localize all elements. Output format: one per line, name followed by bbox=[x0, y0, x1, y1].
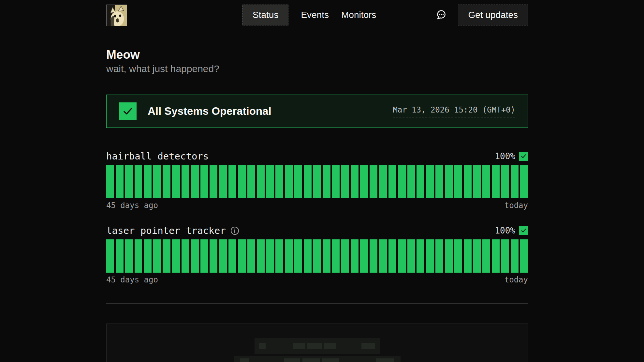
uptime-day-bar[interactable] bbox=[464, 239, 472, 273]
uptime-day-bar[interactable] bbox=[182, 165, 189, 198]
uptime-day-bar[interactable] bbox=[125, 165, 133, 198]
uptime-day-bar[interactable] bbox=[454, 165, 462, 198]
uptime-day-bar[interactable] bbox=[360, 239, 368, 273]
uptime-day-bar[interactable] bbox=[417, 239, 424, 273]
uptime-day-bar[interactable] bbox=[163, 165, 170, 198]
uptime-day-bar[interactable] bbox=[435, 165, 443, 198]
uptime-day-bar[interactable] bbox=[144, 239, 152, 273]
tab-events[interactable]: Events bbox=[301, 10, 329, 20]
uptime-day-bar[interactable] bbox=[266, 239, 274, 273]
uptime-day-bar[interactable] bbox=[351, 239, 359, 273]
uptime-day-bar[interactable] bbox=[370, 239, 377, 273]
uptime-day-bar[interactable] bbox=[294, 165, 302, 198]
uptime-day-bar[interactable] bbox=[257, 165, 265, 198]
uptime-day-bar[interactable] bbox=[426, 165, 434, 198]
uptime-day-bar[interactable] bbox=[445, 239, 453, 273]
uptime-day-bar[interactable] bbox=[200, 239, 208, 273]
uptime-day-bar[interactable] bbox=[464, 165, 472, 198]
uptime-day-bar[interactable] bbox=[153, 165, 161, 198]
uptime-day-bar[interactable] bbox=[482, 165, 490, 198]
uptime-day-bar[interactable] bbox=[172, 165, 180, 198]
uptime-day-bar[interactable] bbox=[360, 165, 368, 198]
uptime-day-bar[interactable] bbox=[454, 239, 462, 273]
site-logo-cat[interactable] bbox=[106, 5, 127, 26]
page-subtitle: wait, what just happened? bbox=[106, 63, 528, 74]
uptime-day-bar[interactable] bbox=[341, 239, 349, 273]
uptime-day-bar[interactable] bbox=[388, 165, 396, 198]
uptime-day-bar[interactable] bbox=[304, 165, 312, 198]
uptime-day-bar[interactable] bbox=[210, 239, 217, 273]
uptime-day-bar[interactable] bbox=[238, 165, 246, 198]
uptime-day-bar[interactable] bbox=[351, 165, 359, 198]
uptime-day-bar[interactable] bbox=[135, 239, 142, 273]
uptime-day-bar[interactable] bbox=[332, 239, 340, 273]
uptime-day-bar[interactable] bbox=[182, 239, 189, 273]
uptime-day-bar[interactable] bbox=[285, 165, 293, 198]
uptime-day-bar[interactable] bbox=[501, 239, 509, 273]
uptime-day-bar[interactable] bbox=[257, 239, 265, 273]
info-icon[interactable] bbox=[230, 226, 239, 235]
uptime-day-bar[interactable] bbox=[492, 239, 500, 273]
uptime-day-bar[interactable] bbox=[247, 239, 255, 273]
uptime-day-bar[interactable] bbox=[407, 165, 415, 198]
uptime-day-bar[interactable] bbox=[398, 165, 406, 198]
tab-monitors[interactable]: Monitors bbox=[341, 10, 376, 20]
uptime-day-bar[interactable] bbox=[135, 165, 142, 198]
uptime-day-bar[interactable] bbox=[219, 165, 227, 198]
uptime-day-bar[interactable] bbox=[200, 165, 208, 198]
uptime-day-bar[interactable] bbox=[191, 165, 199, 198]
uptime-day-bar[interactable] bbox=[473, 165, 481, 198]
uptime-day-bar[interactable] bbox=[313, 165, 321, 198]
uptime-day-bar[interactable] bbox=[144, 165, 152, 198]
uptime-day-bar[interactable] bbox=[247, 165, 255, 198]
uptime-day-bar[interactable] bbox=[379, 165, 387, 198]
uptime-day-bar[interactable] bbox=[482, 239, 490, 273]
uptime-day-bar[interactable] bbox=[172, 239, 180, 273]
chat-bubble-icon[interactable] bbox=[435, 9, 447, 21]
tab-status[interactable]: Status bbox=[242, 5, 288, 25]
uptime-day-bar[interactable] bbox=[323, 239, 330, 273]
uptime-day-bar[interactable] bbox=[106, 165, 114, 198]
uptime-day-bar[interactable] bbox=[520, 239, 528, 273]
monitor-status-checkbox bbox=[519, 152, 528, 161]
uptime-day-bar[interactable] bbox=[294, 239, 302, 273]
uptime-day-bar[interactable] bbox=[417, 165, 424, 198]
uptime-day-bar[interactable] bbox=[445, 165, 453, 198]
status-timestamp[interactable]: Mar 13, 2026 15:20 (GMT+0) bbox=[393, 105, 515, 117]
uptime-day-bar[interactable] bbox=[398, 239, 406, 273]
uptime-day-bar[interactable] bbox=[473, 239, 481, 273]
uptime-day-bar[interactable] bbox=[341, 165, 349, 198]
uptime-day-bar[interactable] bbox=[210, 165, 217, 198]
uptime-day-bar[interactable] bbox=[106, 239, 114, 273]
uptime-day-bar[interactable] bbox=[388, 239, 396, 273]
uptime-day-bar[interactable] bbox=[116, 239, 124, 273]
uptime-day-bar[interactable] bbox=[332, 165, 340, 198]
uptime-day-bar[interactable] bbox=[304, 239, 312, 273]
uptime-day-bar[interactable] bbox=[313, 239, 321, 273]
uptime-day-bar[interactable] bbox=[219, 239, 227, 273]
uptime-day-bar[interactable] bbox=[492, 165, 500, 198]
uptime-day-bar[interactable] bbox=[153, 239, 161, 273]
uptime-day-bar[interactable] bbox=[238, 239, 246, 273]
uptime-day-bar[interactable] bbox=[125, 239, 133, 273]
uptime-day-bar[interactable] bbox=[163, 239, 170, 273]
uptime-day-bar[interactable] bbox=[275, 165, 283, 198]
uptime-day-bar[interactable] bbox=[501, 165, 509, 198]
uptime-day-bar[interactable] bbox=[520, 165, 528, 198]
uptime-day-bar[interactable] bbox=[511, 165, 519, 198]
uptime-day-bar[interactable] bbox=[191, 239, 199, 273]
uptime-day-bar[interactable] bbox=[266, 165, 274, 198]
uptime-day-bar[interactable] bbox=[426, 239, 434, 273]
uptime-day-bar[interactable] bbox=[407, 239, 415, 273]
uptime-day-bar[interactable] bbox=[323, 165, 330, 198]
uptime-day-bar[interactable] bbox=[275, 239, 283, 273]
uptime-day-bar[interactable] bbox=[370, 165, 377, 198]
uptime-day-bar[interactable] bbox=[285, 239, 293, 273]
uptime-day-bar[interactable] bbox=[435, 239, 443, 273]
uptime-day-bar[interactable] bbox=[116, 165, 124, 198]
uptime-day-bar[interactable] bbox=[228, 239, 236, 273]
uptime-day-bar[interactable] bbox=[379, 239, 387, 273]
uptime-day-bar[interactable] bbox=[228, 165, 236, 198]
uptime-day-bar[interactable] bbox=[511, 239, 519, 273]
get-updates-button[interactable]: Get updates bbox=[458, 5, 528, 25]
